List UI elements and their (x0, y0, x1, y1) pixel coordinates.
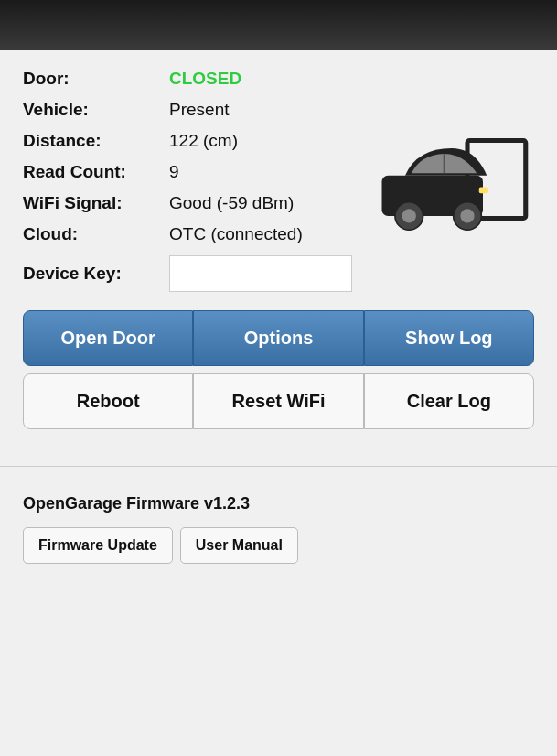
firmware-title: OpenGarage Firmware v1.2.3 (23, 494, 534, 513)
door-row: Door: CLOSED (23, 69, 534, 89)
vehicle-row: Vehicle: Present (23, 100, 534, 120)
device-key-row: Device Key: (23, 255, 534, 292)
distance-value: 122 (cm) (169, 131, 238, 151)
svg-point-6 (460, 209, 474, 222)
options-button[interactable]: Options (193, 310, 363, 366)
footer: OpenGarage Firmware v1.2.3 Firmware Upda… (0, 481, 557, 582)
divider (0, 466, 557, 467)
device-key-input[interactable] (169, 255, 352, 292)
door-label: Door: (23, 69, 169, 89)
open-door-button[interactable]: Open Door (23, 310, 193, 366)
device-key-label: Device Key: (23, 264, 169, 284)
primary-button-row: Open Door Options Show Log (23, 310, 534, 366)
vehicle-value: Present (169, 100, 229, 120)
cloud-label: Cloud: (23, 224, 169, 244)
user-manual-button[interactable]: User Manual (180, 527, 298, 564)
distance-label: Distance: (23, 131, 169, 151)
car-garage-icon (374, 133, 530, 239)
cloud-value: OTC (connected) (169, 224, 303, 244)
door-value: CLOSED (169, 69, 241, 89)
wifi-label: WiFi Signal: (23, 193, 169, 213)
top-bar (0, 0, 557, 50)
secondary-button-row: Reboot Reset WiFi Clear Log (23, 373, 534, 429)
reboot-button[interactable]: Reboot (23, 373, 193, 429)
read-count-value: 9 (169, 162, 179, 182)
svg-point-4 (402, 209, 416, 222)
reset-wifi-button[interactable]: Reset WiFi (193, 373, 363, 429)
footer-buttons: Firmware Update User Manual (23, 527, 534, 564)
wifi-value: Good (-59 dBm) (169, 193, 294, 213)
read-count-label: Read Count: (23, 162, 169, 182)
vehicle-label: Vehicle: (23, 100, 169, 120)
firmware-update-button[interactable]: Firmware Update (23, 527, 173, 564)
show-log-button[interactable]: Show Log (364, 310, 534, 366)
svg-rect-7 (479, 188, 488, 194)
clear-log-button[interactable]: Clear Log (364, 373, 534, 429)
